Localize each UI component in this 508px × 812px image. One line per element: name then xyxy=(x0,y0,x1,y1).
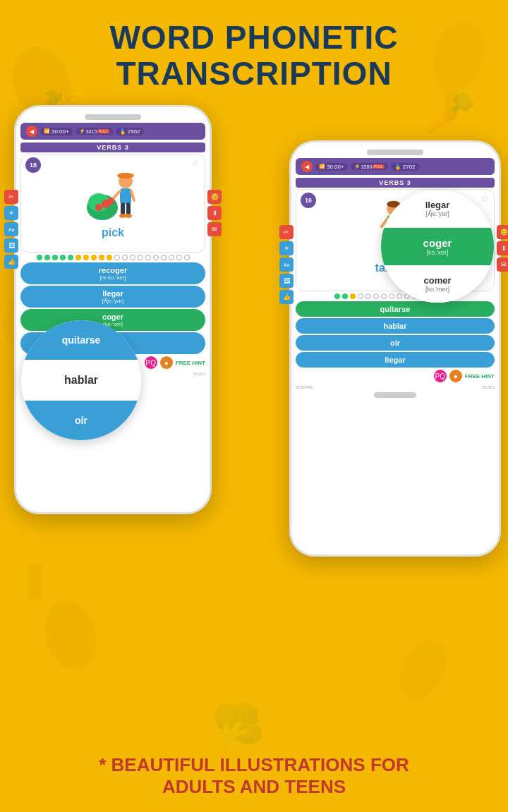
phone-right-coins: 🏅 2702 xyxy=(391,163,419,171)
phone-left-card-star[interactable]: ☆ xyxy=(191,157,200,169)
phone-left-verbs-label: VERBS 3 xyxy=(20,143,205,152)
phone-right-mail-btn[interactable]: ✉ xyxy=(497,257,508,272)
progress-dot xyxy=(389,293,394,299)
phone-left-time: 📶 30:00+ xyxy=(40,128,73,135)
phone-right-hint-icon-pq[interactable]: PQ xyxy=(434,370,447,382)
phone-left-mail-btn[interactable]: ✉ xyxy=(207,222,222,236)
progress-dot xyxy=(44,255,50,260)
phone-left-scissors-btn[interactable]: ✂ xyxy=(4,190,18,204)
phone-right-answer-4[interactable]: llegar xyxy=(296,352,495,368)
phone-right-pause-btn[interactable]: ⏸ xyxy=(497,241,508,255)
phone-left-card: ✂ ☀ Aa 🖼 👍 😊 ⏸ ✉ 18 ☆ xyxy=(20,154,205,253)
progress-dot xyxy=(122,255,128,260)
phone-left-status-bar: ◀ 📶 30:00+ ⚡ 3015 FULL 🏅 2962 xyxy=(20,123,205,140)
phone-right-score: ⚡ 3380 FULL xyxy=(351,163,388,170)
progress-dot xyxy=(176,255,182,260)
progress-dot xyxy=(60,255,66,260)
phone-left-coins: 🏅 2962 xyxy=(116,128,144,135)
bottom-text-section: * BEAUTIFUL ILLUSTRATIONS FOR ADULTS AND… xyxy=(0,754,508,798)
phone-right-bottom-status: V5.42 FPS V5.29.2 xyxy=(291,385,499,389)
progress-dot xyxy=(334,293,340,299)
bottom-text-line2: ADULTS AND TEENS xyxy=(14,776,494,798)
progress-dot xyxy=(99,255,104,260)
phone-left-thumb-btn[interactable]: 👍 xyxy=(4,255,18,269)
phone-left-face-btn[interactable]: 😊 xyxy=(207,190,222,204)
progress-dot xyxy=(397,293,402,299)
phone-left: ◀ 📶 30:00+ ⚡ 3015 FULL 🏅 2962 VERBS 3 ✂ … xyxy=(14,105,212,514)
title-line2: TRANSCRIPTION xyxy=(0,56,508,92)
phone-right-thumb-btn[interactable]: 👍 xyxy=(279,290,294,304)
phone-right-status-bar: ◀ 📶 30:00+ ⚡ 3380 FULL 🏅 2702 xyxy=(296,158,495,175)
phone-right-card-star[interactable]: ☆ xyxy=(480,193,490,204)
progress-dot xyxy=(107,255,112,260)
progress-dot xyxy=(381,293,387,299)
phone-left-answer-3[interactable]: coger [ko.'xer] xyxy=(20,309,205,331)
phone-right-speaker xyxy=(367,150,423,155)
phone-right-side-buttons-left: ✂ ☀ Aa 🖼 👍 xyxy=(279,225,294,304)
phone-right-back-button[interactable]: ◀ xyxy=(301,161,313,172)
phone-right-home-button[interactable] xyxy=(374,392,416,398)
circle-item-coger: coger [ko.'xer] xyxy=(381,228,494,265)
phone-left-hint-icon-pq[interactable]: PQ xyxy=(145,356,157,369)
phone-right-hint-bar: PQ ● FREE HINT xyxy=(296,370,495,382)
progress-dot xyxy=(145,255,151,260)
progress-dot xyxy=(161,255,167,260)
phone-right-answer-1[interactable]: quitarse xyxy=(296,301,495,317)
svg-rect-24 xyxy=(126,202,131,215)
circle-top-right: llegar [ʎje.'yar] coger [ko.'xer] comer … xyxy=(381,190,494,303)
phone-right-sun-btn[interactable]: ☀ xyxy=(279,241,294,255)
phone-left-hint-icon-coin[interactable]: ● xyxy=(160,356,173,369)
progress-dot xyxy=(342,293,348,299)
phone-left-illustration xyxy=(85,162,141,225)
progress-dot xyxy=(114,255,120,260)
phone-right-verbs-label: VERBS 3 xyxy=(296,178,495,188)
phone-right-aa-btn[interactable]: Aa xyxy=(279,257,294,272)
progress-dot xyxy=(68,255,73,260)
svg-point-27 xyxy=(107,198,114,205)
phone-right-answer-3[interactable]: oír xyxy=(296,335,495,351)
phone-left-aa-btn[interactable]: Aa xyxy=(4,222,18,236)
progress-dot xyxy=(75,255,81,260)
circle-item-hablar: hablar xyxy=(21,360,141,400)
svg-point-4 xyxy=(37,595,103,676)
main-title-section: WORD PHONETIC TRANSCRIPTION xyxy=(0,0,508,91)
phone-left-sun-btn[interactable]: ☀ xyxy=(4,206,18,220)
phone-right-scissors-btn[interactable]: ✂ xyxy=(279,225,294,239)
bottom-text-line1: * BEAUTIFUL ILLUSTRATIONS FOR xyxy=(14,754,494,776)
phone-left-score: ⚡ 3015 FULL xyxy=(75,128,113,135)
progress-dot xyxy=(184,255,190,260)
phone-right-hint-label[interactable]: FREE HINT xyxy=(465,373,495,380)
title-line1: WORD PHONETIC xyxy=(0,20,508,56)
phone-left-side-buttons-left: ✂ ☀ Aa 🖼 👍 xyxy=(4,190,18,269)
svg-point-26 xyxy=(125,214,132,218)
phone-left-pause-btn[interactable]: ⏸ xyxy=(207,206,222,220)
phone-left-card-number: 18 xyxy=(25,157,41,173)
phone-right-face-btn[interactable]: 😊 xyxy=(497,225,508,239)
phone-right-time: 📶 30:00+ xyxy=(315,163,348,171)
phone-right-answer-2[interactable]: hablar xyxy=(296,318,495,334)
phone-left-hint-label[interactable]: FREE HINT xyxy=(176,360,205,366)
phone-left-progress xyxy=(20,255,205,260)
phones-container: ◀ 📶 30:00+ ⚡ 3015 FULL 🏅 2962 VERBS 3 ✂ … xyxy=(0,98,508,578)
phone-right-hint-icon-coin[interactable]: ● xyxy=(449,370,462,382)
phone-left-back-button[interactable]: ◀ xyxy=(26,126,37,137)
progress-dot xyxy=(365,293,371,299)
phone-right-side-buttons-right: 😊 ⏸ ✉ xyxy=(497,225,508,272)
progress-dot xyxy=(153,255,159,260)
progress-dot xyxy=(169,255,174,260)
phone-left-answer-1[interactable]: recoger [re.ko.'xer] xyxy=(20,262,205,284)
phone-left-answer-2[interactable]: llegar [ʎje.'yar] xyxy=(20,286,205,308)
progress-dot xyxy=(91,255,97,260)
phone-right-gallery-btn[interactable]: 🖼 xyxy=(279,274,294,288)
progress-dot xyxy=(130,255,135,260)
phone-right-card-number: 16 xyxy=(301,193,316,208)
progress-dot xyxy=(350,293,356,299)
progress-dot xyxy=(83,255,89,260)
svg-rect-19 xyxy=(121,173,130,178)
svg-point-5 xyxy=(391,633,456,708)
svg-text:🥦: 🥦 xyxy=(212,701,265,751)
svg-point-16 xyxy=(95,204,102,211)
phone-left-gallery-btn[interactable]: 🖼 xyxy=(4,238,18,253)
progress-dot xyxy=(37,255,42,260)
svg-rect-23 xyxy=(121,202,125,215)
